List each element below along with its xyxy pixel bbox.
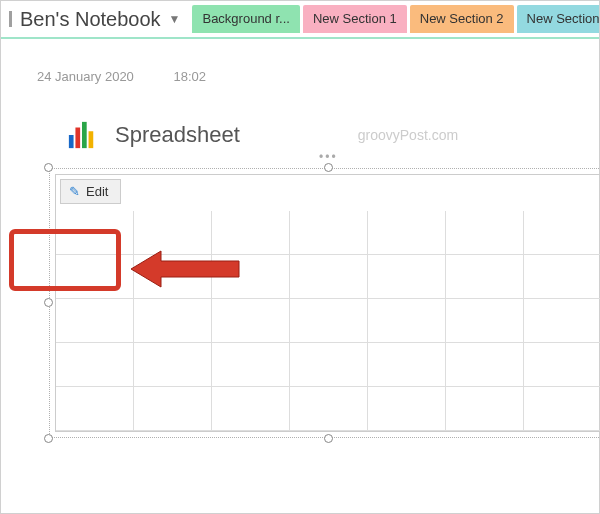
svg-rect-2 (82, 122, 87, 148)
section-tab[interactable]: New Section 1 (303, 5, 407, 33)
chevron-down-icon[interactable]: ▼ (169, 12, 181, 26)
page-meta: 24 January 2020 18:02 (37, 69, 599, 84)
resize-handle[interactable] (44, 434, 53, 443)
page-time: 18:02 (173, 69, 206, 84)
section-tab[interactable]: New Section 3 (517, 5, 599, 33)
object-title: Spreadsheet (115, 122, 240, 148)
chart-icon (67, 120, 97, 150)
svg-rect-0 (69, 135, 74, 148)
resize-handle[interactable] (44, 298, 53, 307)
spreadsheet-grid (56, 211, 600, 431)
notebook-icon (9, 11, 12, 27)
edit-button[interactable]: ✎ Edit (60, 179, 121, 204)
pencil-icon: ✎ (69, 184, 80, 199)
notebook-name[interactable]: Ben's Notebook (18, 8, 163, 31)
resize-handle[interactable] (324, 163, 333, 172)
resize-handle[interactable] (324, 434, 333, 443)
spreadsheet-body[interactable]: ✎ Edit (55, 174, 600, 432)
notebook-header: Ben's Notebook ▼ Background r...New Sect… (1, 1, 599, 39)
edit-button-label: Edit (86, 184, 108, 199)
ellipsis-icon[interactable]: ••• (319, 150, 338, 164)
resize-handle[interactable] (44, 163, 53, 172)
svg-rect-3 (89, 131, 94, 148)
watermark: groovyPost.com (358, 127, 458, 143)
embedded-spreadsheet[interactable]: ••• ✎ Edit (49, 168, 600, 438)
section-tab[interactable]: New Section 2 (410, 5, 514, 33)
svg-rect-1 (75, 128, 80, 149)
section-tab[interactable]: Background r... (192, 5, 299, 33)
page-date: 24 January 2020 (37, 69, 134, 84)
